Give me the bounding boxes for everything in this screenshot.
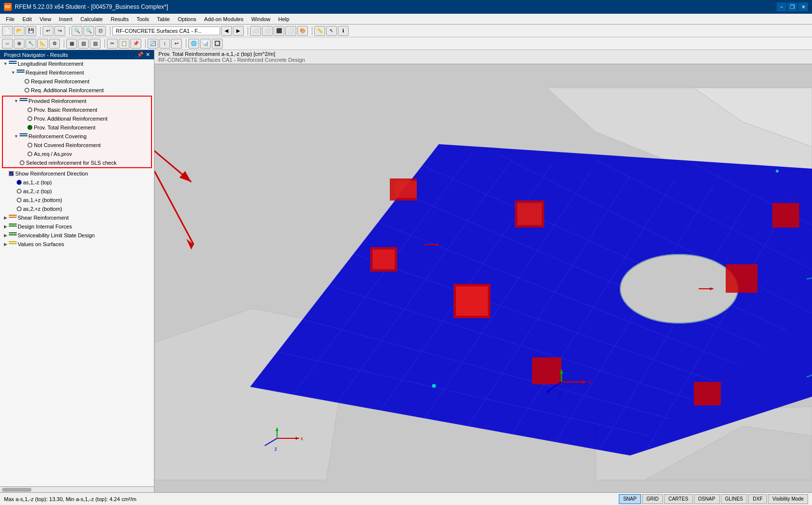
tree-item-prov-additional[interactable]: Prov. Additional Reinforcement	[3, 114, 151, 123]
tb2-14[interactable]: ↩	[171, 39, 182, 49]
tree-item-as1-bottom[interactable]: as,1,+z (bottom)	[0, 196, 154, 204]
radio-prov-total[interactable]	[27, 125, 32, 130]
tree-panel[interactable]: ▼ Longitudinal Reinforcement ▼ Required …	[0, 59, 154, 486]
tb2-1[interactable]: ↔	[2, 39, 13, 49]
tree-item-prov-total[interactable]: Prov. Total Reinforcement	[3, 123, 151, 132]
tree-item-reinf-covering[interactable]: ▼ Reinforcement Covering	[3, 132, 151, 141]
expand-provided[interactable]: ▼	[13, 99, 20, 103]
scrollbar-horizontal[interactable]	[0, 486, 154, 492]
tb2-2[interactable]: ⊕	[14, 39, 25, 49]
radio-req-reinforcement[interactable]	[25, 79, 29, 84]
radio-prov-additional[interactable]	[27, 116, 32, 121]
status-osnap[interactable]: OSNAP	[694, 494, 720, 504]
menu-insert[interactable]: Insert	[55, 15, 76, 23]
status-grid[interactable]: GRID	[642, 494, 663, 504]
menu-options[interactable]: Options	[174, 15, 200, 23]
status-cartes[interactable]: CARTES	[664, 494, 692, 504]
radio-selected-reinf[interactable]	[20, 160, 25, 165]
tb-open[interactable]: 📂	[14, 26, 25, 36]
radio-as2-top[interactable]	[17, 189, 22, 194]
tb-view3[interactable]: ⬛	[274, 26, 284, 36]
tb2-12[interactable]: 🔄	[148, 39, 158, 49]
menu-addon[interactable]: Add-on Modules	[200, 15, 247, 23]
restore-button[interactable]: ❐	[787, 2, 797, 11]
tree-item-as2-bottom[interactable]: as,2,+z (bottom)	[0, 204, 154, 213]
radio-as2-bottom[interactable]	[17, 206, 22, 211]
tb-view4[interactable]: ⬜	[285, 26, 296, 36]
tree-item-required[interactable]: ▼ Required Reinforcement	[0, 68, 154, 77]
expand-design[interactable]: ▶	[2, 224, 9, 229]
radio-not-covered[interactable]	[27, 143, 32, 148]
tb2-17[interactable]: 🔲	[212, 39, 223, 49]
expand-required[interactable]: ▼	[10, 70, 17, 75]
tb2-3[interactable]: 🔧	[25, 39, 36, 49]
expand-longitudinal[interactable]: ▼	[2, 61, 9, 66]
radio-as-req-prov[interactable]	[27, 152, 32, 156]
tb2-9[interactable]: ✂	[107, 39, 118, 49]
tree-item-prov-basic[interactable]: Prov. Basic Reinforcement	[3, 105, 151, 114]
tb2-5[interactable]: ⚙	[49, 39, 60, 49]
expand-covering[interactable]: ▼	[13, 134, 20, 139]
menu-edit[interactable]: Edit	[19, 15, 36, 23]
tb2-8[interactable]: ▨	[90, 39, 101, 49]
tb-select[interactable]: ↖	[326, 26, 337, 36]
tree-item-selected-reinf[interactable]: Selected reinforcement for SLS check	[3, 158, 151, 167]
tree-item-provided[interactable]: ▼ Provided Reinforcement	[3, 97, 151, 105]
tb-view1[interactable]: ⬜	[250, 26, 261, 36]
expand-serviceability[interactable]: ▶	[2, 233, 9, 238]
radio-prov-basic[interactable]	[27, 107, 32, 112]
menu-window[interactable]: Window	[247, 15, 274, 23]
menu-results[interactable]: Results	[107, 15, 133, 23]
expand-values[interactable]: ▶	[2, 242, 9, 247]
status-glines[interactable]: GLINES	[721, 494, 748, 504]
tree-item-serviceability[interactable]: ▶ Serviceability Limit State Design	[0, 231, 154, 240]
menu-calculate[interactable]: Calculate	[76, 15, 107, 23]
radio-req-additional[interactable]	[25, 88, 29, 93]
panel-close[interactable]: ✕	[146, 51, 150, 58]
status-snap[interactable]: SNAP	[619, 494, 641, 504]
tb-zoom-in[interactable]: 🔍	[72, 26, 82, 36]
status-dxf[interactable]: DXF	[748, 494, 767, 504]
tree-item-show-direction[interactable]: ✓ Show Reinforcement Direction	[0, 169, 154, 178]
tb-save[interactable]: 💾	[25, 26, 36, 36]
tree-item-as-req-prov[interactable]: As,req / As,prov	[3, 150, 151, 158]
tb-new[interactable]: 📄	[2, 26, 13, 36]
tree-item-values-surfaces[interactable]: ▶ Values on Surfaces	[0, 240, 154, 249]
tb2-11[interactable]: 📌	[130, 39, 141, 49]
nav-prev[interactable]: ◀	[221, 26, 232, 36]
close-button[interactable]: ✕	[798, 2, 808, 11]
tb-undo[interactable]: ↩	[43, 26, 53, 36]
menu-file[interactable]: File	[2, 15, 19, 23]
tree-item-design-internal[interactable]: ▶ Design Internal Forces	[0, 222, 154, 231]
tb2-7[interactable]: ▧	[78, 39, 89, 49]
tb-zoom-fit[interactable]: ⊡	[95, 26, 106, 36]
tb2-16[interactable]: 📊	[200, 39, 211, 49]
tb-render[interactable]: 🎨	[297, 26, 308, 36]
checkbox-show-direction[interactable]: ✓	[9, 171, 14, 176]
tree-item-longitudinal[interactable]: ▼ Longitudinal Reinforcement	[0, 59, 154, 68]
tb-info[interactable]: ℹ	[338, 26, 349, 36]
radio-as1-bottom[interactable]	[17, 198, 22, 202]
status-visibility[interactable]: Visibility Mode	[768, 494, 808, 504]
minimize-button[interactable]: −	[777, 2, 787, 11]
tb-measure[interactable]: 📏	[314, 26, 325, 36]
menu-table[interactable]: Table	[153, 15, 174, 23]
menu-tools[interactable]: Tools	[132, 15, 153, 23]
tree-item-not-covered[interactable]: Not Covered Reinforcement	[3, 141, 151, 150]
panel-pin[interactable]: 📌	[137, 51, 144, 58]
tree-item-shear[interactable]: ▶ Shear Reinforcement	[0, 213, 154, 222]
tb2-15[interactable]: 🌐	[188, 39, 199, 49]
nav-next[interactable]: ▶	[233, 26, 244, 36]
tree-item-as2-top[interactable]: as,2,-z (top)	[0, 187, 154, 196]
tree-item-req-additional[interactable]: Req. Additional Reinforcement	[0, 86, 154, 95]
menu-help[interactable]: Help	[275, 15, 294, 23]
tb2-6[interactable]: ▦	[66, 39, 77, 49]
expand-shear[interactable]: ▶	[2, 215, 9, 220]
tb2-4[interactable]: 📐	[37, 39, 48, 49]
radio-as1-top[interactable]	[17, 180, 22, 185]
tree-item-as1-top[interactable]: as,1,-z (top)	[0, 178, 154, 187]
viewport-canvas[interactable]: x z x z	[154, 64, 812, 489]
tb-view2[interactable]: ⬜	[262, 26, 273, 36]
tb-redo[interactable]: ↪	[54, 26, 65, 36]
tree-item-req-reinforcement[interactable]: Required Reinforcement	[0, 77, 154, 86]
